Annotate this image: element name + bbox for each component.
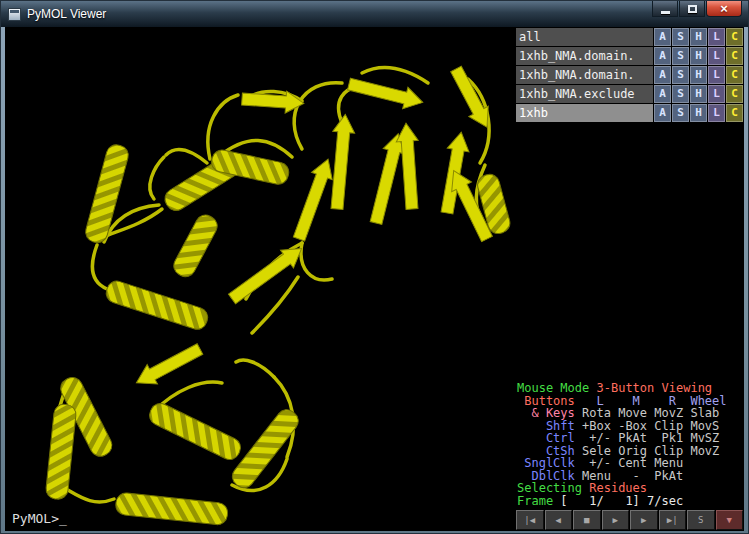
- window-controls: ×: [652, 1, 744, 17]
- row-button-l[interactable]: L: [708, 85, 725, 103]
- row-button-a[interactable]: A: [654, 47, 671, 65]
- titlebar[interactable]: PyMOL Viewer ×: [1, 1, 748, 27]
- object-row: 1xhb_NMA.domain. ASHLC: [516, 47, 743, 65]
- row-button-l[interactable]: L: [708, 104, 725, 122]
- row-button-a[interactable]: A: [654, 85, 671, 103]
- row-button-s[interactable]: S: [672, 28, 689, 46]
- row-button-c[interactable]: C: [726, 28, 743, 46]
- object-buttons: ASHLC: [654, 66, 743, 84]
- row-button-a[interactable]: A: [654, 28, 671, 46]
- main-content: PyMOL>_ all ASHLC 1xhb_NMA.domain. ASHLC…: [5, 27, 744, 531]
- panel-spacer: [516, 123, 743, 382]
- step-forward-button[interactable]: ▶: [630, 510, 658, 530]
- row-button-h[interactable]: H: [690, 66, 707, 84]
- row-button-h[interactable]: H: [690, 104, 707, 122]
- mouse-panel-lines: Mouse Mode 3-Button Viewing Buttons L M …: [517, 382, 743, 507]
- play-button[interactable]: ▶: [602, 510, 630, 530]
- close-button[interactable]: ×: [706, 1, 742, 17]
- object-name[interactable]: all: [516, 28, 653, 46]
- minimize-button[interactable]: [652, 1, 678, 17]
- maximize-icon: [688, 5, 697, 13]
- object-name[interactable]: 1xhb: [516, 104, 653, 122]
- row-button-s[interactable]: S: [672, 47, 689, 65]
- stop-button[interactable]: ■: [573, 510, 601, 530]
- row-button-l[interactable]: L: [708, 28, 725, 46]
- app-icon: [8, 8, 21, 21]
- pymol-window: PyMOL Viewer ×: [0, 0, 749, 534]
- step-back-button[interactable]: ◀: [545, 510, 573, 530]
- row-button-l[interactable]: L: [708, 66, 725, 84]
- object-rows: all ASHLC 1xhb_NMA.domain. ASHLC 1xhb_NM…: [516, 28, 743, 123]
- object-row: 1xhb_NMA.domain. ASHLC: [516, 66, 743, 84]
- row-button-h[interactable]: H: [690, 28, 707, 46]
- row-button-c[interactable]: C: [726, 104, 743, 122]
- row-button-h[interactable]: H: [690, 47, 707, 65]
- object-name[interactable]: 1xhb_NMA.exclude: [516, 85, 653, 103]
- molecule-viewport[interactable]: PyMOL>_: [5, 27, 515, 531]
- row-button-a[interactable]: A: [654, 66, 671, 84]
- alpha-helices: [45, 143, 512, 526]
- row-button-s[interactable]: S: [672, 104, 689, 122]
- object-name[interactable]: 1xhb_NMA.domain.: [516, 66, 653, 84]
- object-name[interactable]: 1xhb_NMA.domain.: [516, 47, 653, 65]
- object-buttons: ASHLC: [654, 104, 743, 122]
- row-button-s[interactable]: S: [672, 66, 689, 84]
- object-row: 1xhb_NMA.exclude ASHLC: [516, 85, 743, 103]
- row-button-s[interactable]: S: [672, 85, 689, 103]
- row-button-c[interactable]: C: [726, 85, 743, 103]
- row-button-c[interactable]: C: [726, 66, 743, 84]
- row-button-h[interactable]: H: [690, 85, 707, 103]
- window-title: PyMOL Viewer: [27, 7, 106, 21]
- end-button[interactable]: ▶|: [659, 510, 687, 530]
- object-buttons: ASHLC: [654, 85, 743, 103]
- mouse-panel-line: Frame [ 1/ 1] 7/sec: [517, 495, 743, 508]
- maximize-button[interactable]: [679, 1, 705, 17]
- object-buttons: ASHLC: [654, 47, 743, 65]
- side-panel: all ASHLC 1xhb_NMA.domain. ASHLC 1xhb_NM…: [515, 27, 744, 531]
- command-prompt[interactable]: PyMOL>_: [12, 511, 67, 526]
- movie-controls: |◀◀■▶▶▶|S▼: [516, 510, 743, 530]
- scene-button[interactable]: S: [687, 510, 715, 530]
- panel-menu-button[interactable]: ▼: [716, 510, 744, 530]
- row-button-c[interactable]: C: [726, 47, 743, 65]
- minimize-icon: [661, 11, 670, 14]
- protein-cartoon: [5, 27, 515, 531]
- row-button-a[interactable]: A: [654, 104, 671, 122]
- object-buttons: ASHLC: [654, 28, 743, 46]
- object-row: 1xhb ASHLC: [516, 104, 743, 122]
- row-button-l[interactable]: L: [708, 47, 725, 65]
- object-row: all ASHLC: [516, 28, 743, 46]
- beta-strands: [131, 64, 497, 393]
- rewind-button[interactable]: |◀: [516, 510, 544, 530]
